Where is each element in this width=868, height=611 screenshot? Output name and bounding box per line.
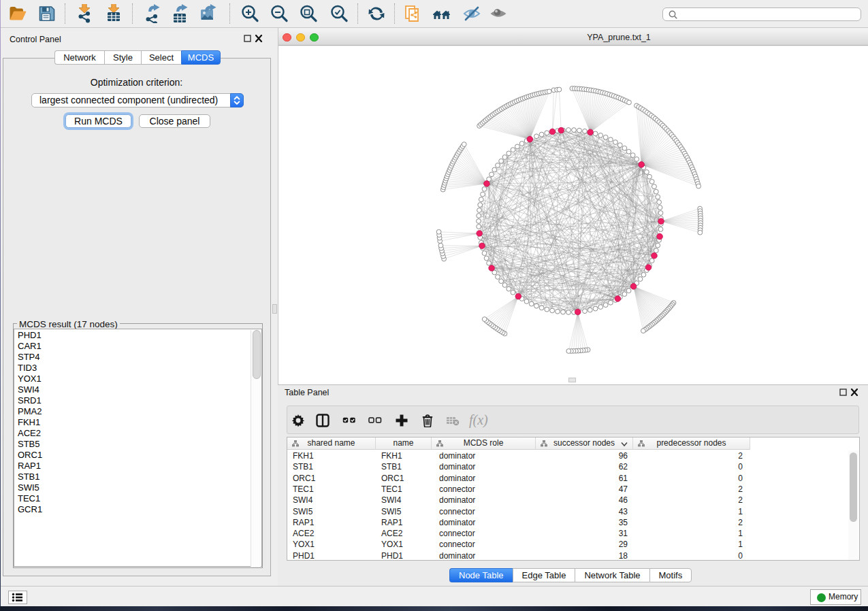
svg-text:f(x): f(x) (469, 412, 488, 428)
